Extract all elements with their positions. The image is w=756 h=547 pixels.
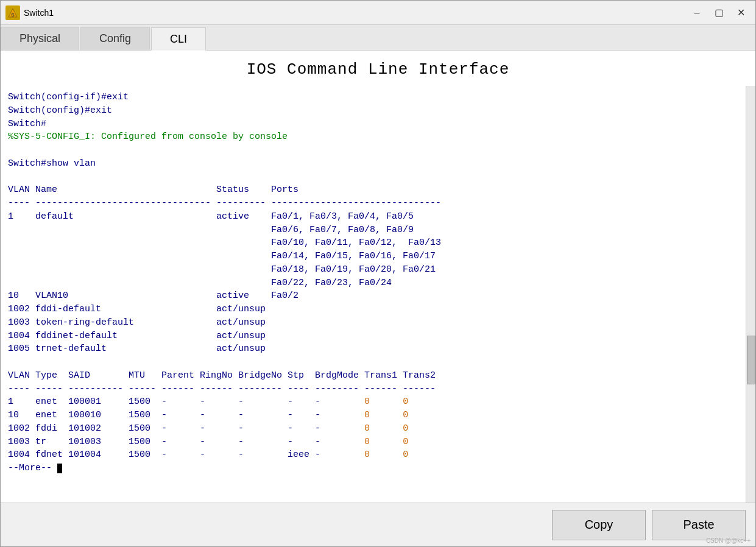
watermark: CSDN @@kc++ (706, 537, 751, 544)
svg-text:S: S (11, 12, 15, 18)
terminal-output[interactable]: Switch(config-if)#exit Switch(config)#ex… (1, 86, 746, 503)
close-button[interactable]: ✕ (731, 4, 751, 21)
window-title: Switch1 (24, 8, 687, 18)
main-content: IOS Command Line Interface Switch(config… (1, 51, 755, 546)
minimize-button[interactable]: – (687, 4, 707, 21)
maximize-button[interactable]: ▢ (709, 4, 729, 21)
bottom-bar: Copy Paste CSDN @@kc++ (1, 503, 755, 546)
cli-title: IOS Command Line Interface (1, 51, 755, 86)
terminal-area: Switch(config-if)#exit Switch(config)#ex… (1, 86, 755, 503)
copy-button[interactable]: Copy (552, 510, 646, 540)
paste-button[interactable]: Paste (652, 510, 746, 540)
tab-config[interactable]: Config (80, 27, 150, 50)
app-icon: S (5, 5, 20, 20)
window-controls: – ▢ ✕ (687, 4, 751, 21)
tab-bar: Physical Config CLI (1, 25, 755, 51)
main-window: S Switch1 – ▢ ✕ Physical Config CLI IOS … (0, 0, 756, 547)
title-bar: S Switch1 – ▢ ✕ (1, 1, 755, 25)
scrollbar-track[interactable] (746, 86, 755, 503)
tab-cli[interactable]: CLI (151, 27, 206, 51)
tab-physical[interactable]: Physical (1, 27, 79, 50)
scrollbar-thumb[interactable] (747, 336, 755, 384)
